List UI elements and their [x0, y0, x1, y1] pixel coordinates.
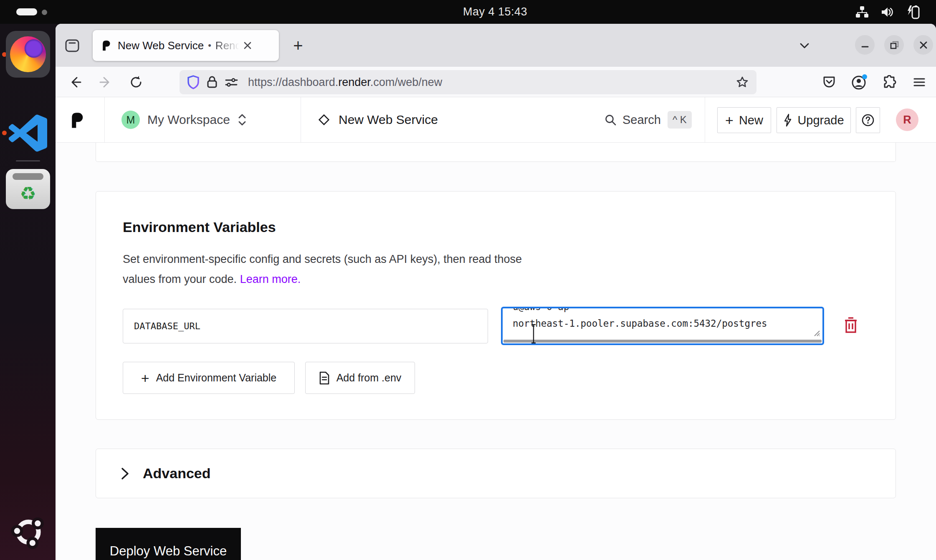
render-app-header: M My Workspace New Web Service Search ^ … [56, 97, 936, 143]
lock-icon[interactable] [206, 76, 218, 89]
restore-icon [889, 40, 899, 50]
search-shortcut-kbd: ^ K [668, 111, 692, 129]
dock-item-trash[interactable]: ♻ [6, 169, 50, 209]
header-divider [705, 97, 705, 142]
back-arrow-icon [68, 75, 83, 90]
show-apps-button[interactable] [6, 511, 50, 553]
resize-grip-icon[interactable] [812, 328, 820, 338]
header-divider [104, 97, 105, 142]
file-icon [319, 371, 330, 385]
render-logo[interactable] [68, 111, 86, 131]
back-button[interactable] [65, 72, 86, 93]
delete-env-var-button[interactable] [842, 316, 860, 335]
new-button[interactable]: + New [717, 107, 771, 133]
window-minimize-button[interactable] [855, 35, 875, 55]
chevron-updown-icon [238, 113, 247, 127]
new-tab-button[interactable]: + [288, 35, 308, 55]
add-env-var-button[interactable]: + Add Environment Variable [123, 362, 295, 394]
window-restore-button[interactable] [884, 35, 904, 55]
firefox-view-icon [64, 38, 80, 53]
bolt-icon [783, 114, 792, 127]
plus-icon: + [725, 113, 734, 127]
environment-variables-card: Environment Variables Set environment-sp… [96, 191, 896, 420]
search-button[interactable]: Search ^ K [604, 97, 692, 142]
add-from-env-button[interactable]: Add from .env [305, 362, 415, 394]
bookmark-star-button[interactable] [736, 76, 749, 89]
menu-button[interactable] [909, 72, 930, 93]
tab-title: New Web Service [118, 39, 204, 52]
browser-tab[interactable]: New Web Service • Rend [93, 30, 279, 61]
workspace-pill-indicator[interactable] [16, 8, 37, 15]
add-from-env-label: Add from .env [336, 372, 402, 384]
section-description: Set environment-specific config and secr… [123, 249, 522, 289]
tracking-protection-shield-icon[interactable] [187, 75, 200, 89]
env-value-line2: northeast-1.pooler.supabase.com:5432/pos… [513, 315, 767, 332]
page-title-group: New Web Service [318, 97, 438, 142]
env-value-text: u@aws-0-ap- northeast-1.pooler.supabase.… [503, 307, 777, 332]
tab-title-separator: • [208, 40, 211, 51]
dock-item-vscode[interactable] [6, 112, 50, 154]
upgrade-button-label: Upgrade [797, 114, 844, 127]
url-prefix: https://dashboard. [248, 76, 338, 88]
learn-more-link[interactable]: Learn more. [240, 273, 301, 285]
section-title: Environment Variables [123, 219, 276, 235]
question-icon [860, 113, 875, 128]
description-line2: values from your code. [123, 273, 240, 285]
pocket-icon [822, 75, 836, 89]
advanced-label: Advanced [143, 465, 211, 482]
upgrade-button[interactable]: Upgrade [777, 107, 851, 133]
reload-icon [129, 75, 144, 90]
puzzle-icon [882, 75, 896, 89]
url-bar[interactable]: https://dashboard.render.com/web/new [180, 70, 756, 94]
pocket-button[interactable] [819, 72, 840, 93]
star-icon [736, 76, 749, 89]
tab-strip: New Web Service • Rend + [56, 24, 936, 67]
firefox-window: New Web Service • Rend + [56, 24, 936, 560]
minimize-icon [860, 40, 870, 50]
system-clock[interactable]: May 4 15:43 [463, 0, 527, 24]
account-icon [851, 74, 868, 91]
dock: ♻ [0, 24, 56, 560]
workspace-avatar: M [121, 111, 140, 129]
advanced-section-card[interactable]: Advanced [96, 449, 896, 498]
dock-item-firefox[interactable] [6, 31, 50, 78]
firefox-icon [10, 36, 46, 72]
workspace-selector[interactable]: M My Workspace [121, 97, 247, 142]
render-favicon [100, 39, 112, 52]
service-diamond-icon [318, 114, 330, 126]
forward-button[interactable] [95, 72, 116, 93]
ubuntu-logo-icon [9, 513, 47, 551]
extensions-button[interactable] [879, 72, 900, 93]
url-suffix: .com/web/new [370, 76, 443, 88]
tab-title-faded: Rend [215, 39, 241, 52]
env-value-line1: u@aws-0-ap- [513, 307, 767, 315]
battery-icon[interactable] [905, 5, 921, 20]
chevron-down-icon [798, 39, 811, 52]
env-key-input[interactable]: DATABASE_URL [123, 309, 488, 343]
window-close-button[interactable] [913, 35, 933, 55]
header-divider [301, 97, 301, 142]
list-all-tabs-button[interactable] [794, 35, 815, 55]
url-text[interactable]: https://dashboard.render.com/web/new [248, 76, 442, 89]
plus-icon: + [141, 371, 149, 385]
deploy-web-service-button[interactable]: Deploy Web Service [96, 528, 241, 560]
env-value-textarea[interactable]: u@aws-0-ap- northeast-1.pooler.supabase.… [501, 307, 824, 345]
account-button[interactable] [849, 72, 870, 93]
trash-lid [13, 173, 43, 180]
textarea-scrollbar[interactable] [503, 340, 822, 343]
volume-icon[interactable] [880, 5, 894, 19]
tab-close-button[interactable] [242, 40, 253, 51]
permissions-icon[interactable] [225, 77, 238, 88]
reload-button[interactable] [126, 72, 147, 93]
search-label: Search [622, 113, 661, 127]
system-tray[interactable] [855, 0, 921, 24]
help-button[interactable] [856, 107, 880, 133]
new-button-label: New [739, 114, 763, 127]
dock-separator [16, 160, 40, 161]
render-logo-icon [68, 111, 86, 130]
workspace-dot-indicator[interactable] [42, 10, 47, 15]
network-icon[interactable] [855, 5, 869, 19]
firefox-view-button[interactable] [62, 35, 82, 55]
user-avatar[interactable]: R [896, 108, 918, 131]
recycle-icon: ♻ [20, 184, 36, 203]
